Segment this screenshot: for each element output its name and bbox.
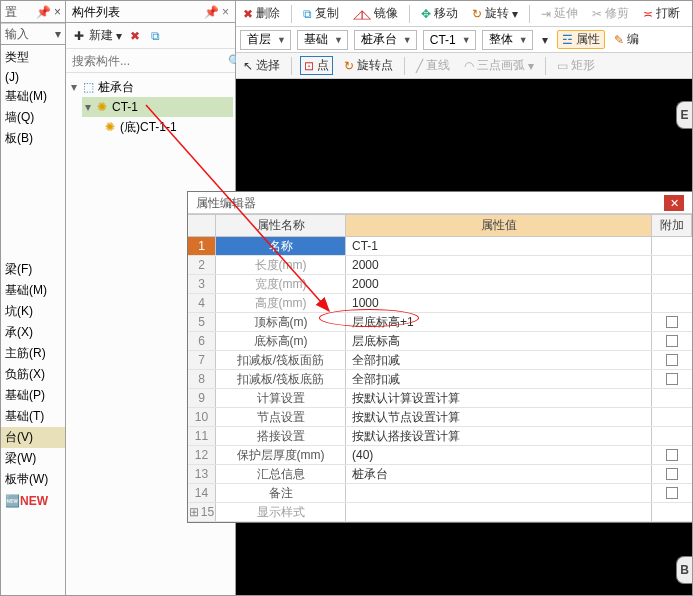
tree-item-ct1[interactable]: ▾ ✺ CT-1	[82, 97, 233, 117]
property-row[interactable]: 3宽度(mm)2000	[188, 275, 692, 294]
tree-root[interactable]: ▾ ⬚ 桩承台	[68, 77, 233, 97]
component-dropdown[interactable]: CT-1▼	[423, 30, 476, 50]
property-value[interactable]: CT-1	[346, 237, 652, 255]
extra-cell[interactable]	[652, 484, 692, 502]
property-value[interactable]: (40)	[346, 446, 652, 464]
property-value[interactable]: 1000	[346, 294, 652, 312]
edge-tab-b[interactable]: B	[676, 556, 692, 584]
edge-tab-e[interactable]: E	[676, 101, 692, 129]
mirror-button[interactable]: ◿◺镜像	[350, 4, 401, 23]
select-button[interactable]: ↖选择	[240, 56, 283, 75]
list-item[interactable]: 基础(M)	[1, 86, 65, 107]
extra-cell[interactable]	[652, 427, 692, 445]
panel-dropdown-icon[interactable]: ▾	[55, 23, 61, 45]
collapse-icon[interactable]: ▾	[82, 100, 94, 114]
property-value[interactable]	[346, 484, 652, 502]
dropdown-arrow[interactable]: ▾	[539, 32, 551, 48]
extra-cell[interactable]	[652, 408, 692, 426]
list-item[interactable]: 板(B)	[1, 128, 65, 149]
property-value[interactable]: 全部扣减	[346, 351, 652, 369]
collapse-icon[interactable]: ▾	[68, 80, 80, 94]
type-dropdown[interactable]: 桩承台▼	[354, 30, 417, 50]
delete-button[interactable]: ✖删除	[240, 4, 283, 23]
move-button[interactable]: ✥移动	[418, 4, 461, 23]
list-item[interactable]: 基础(P)	[1, 385, 65, 406]
property-row[interactable]: 8扣减板/筏板底筋全部扣减	[188, 370, 692, 389]
search-input[interactable]	[66, 52, 228, 70]
property-row[interactable]: 2长度(mm)2000	[188, 256, 692, 275]
property-row[interactable]: 5顶标高(m)层底标高+1	[188, 313, 692, 332]
property-value[interactable]: 层底标高	[346, 332, 652, 350]
edit-button[interactable]: ✎编	[611, 30, 642, 49]
extra-cell[interactable]	[652, 389, 692, 407]
list-item[interactable]: 基础(T)	[1, 406, 65, 427]
layer-dropdown[interactable]: 首层▼	[240, 30, 291, 50]
property-value[interactable]: 全部扣减	[346, 370, 652, 388]
property-value[interactable]: 层底标高+1	[346, 313, 652, 331]
property-value[interactable]: 2000	[346, 275, 652, 293]
checkbox[interactable]	[666, 335, 678, 347]
property-button[interactable]: ☲属性	[557, 30, 605, 49]
property-row[interactable]: 4高度(mm)1000	[188, 294, 692, 313]
list-item[interactable]: 负筋(X)	[1, 364, 65, 385]
property-value[interactable]: 按默认节点设置计算	[346, 408, 652, 426]
list-item[interactable]: 板带(W)	[1, 469, 65, 490]
property-value[interactable]: 按默认搭接设置计算	[346, 427, 652, 445]
rotate-point-button[interactable]: ↻旋转点	[341, 56, 396, 75]
property-value[interactable]: 2000	[346, 256, 652, 274]
checkbox[interactable]	[666, 449, 678, 461]
property-value[interactable]: 桩承台	[346, 465, 652, 483]
point-button[interactable]: ⊡点	[300, 56, 333, 75]
list-item[interactable]: 梁(F)	[1, 259, 65, 280]
checkbox[interactable]	[666, 487, 678, 499]
list-item[interactable]: 类型	[1, 47, 65, 68]
property-value[interactable]	[346, 503, 652, 521]
extra-cell[interactable]	[652, 351, 692, 369]
list-item[interactable]: 坑(K)	[1, 301, 65, 322]
pin-icon[interactable]: 📌 ×	[204, 1, 229, 22]
property-row[interactable]: 6底标高(m)层底标高	[188, 332, 692, 351]
new-button[interactable]: ✚ 新建 ▾	[72, 27, 122, 44]
delete-button[interactable]: ✖	[128, 29, 142, 43]
checkbox[interactable]	[666, 373, 678, 385]
list-item[interactable]: (J)	[1, 68, 65, 86]
property-row[interactable]: 11搭接设置按默认搭接设置计算	[188, 427, 692, 446]
list-item[interactable]: 承(X)	[1, 322, 65, 343]
extra-cell[interactable]	[652, 370, 692, 388]
extra-cell[interactable]	[652, 313, 692, 331]
list-item[interactable]: 梁(W)	[1, 448, 65, 469]
property-row[interactable]: 1名称CT-1	[188, 237, 692, 256]
property-row[interactable]: ⊞15显示样式	[188, 503, 692, 522]
extra-cell[interactable]	[652, 256, 692, 274]
property-row[interactable]: 9计算设置按默认计算设置计算	[188, 389, 692, 408]
extra-cell[interactable]	[652, 503, 692, 521]
copy-button[interactable]: ⧉	[148, 29, 162, 43]
property-row[interactable]: 14备注	[188, 484, 692, 503]
extra-cell[interactable]	[652, 237, 692, 255]
property-value[interactable]: 按默认计算设置计算	[346, 389, 652, 407]
checkbox[interactable]	[666, 354, 678, 366]
view-dropdown[interactable]: 整体▼	[482, 30, 533, 50]
category-dropdown[interactable]: 基础▼	[297, 30, 348, 50]
property-row[interactable]: 13汇总信息桩承台	[188, 465, 692, 484]
close-button[interactable]: ✕	[664, 195, 684, 211]
extra-cell[interactable]	[652, 446, 692, 464]
list-item[interactable]: 墙(Q)	[1, 107, 65, 128]
list-item[interactable]: 台(V)	[1, 427, 65, 448]
property-row[interactable]: 12保护层厚度(mm)(40)	[188, 446, 692, 465]
property-row[interactable]: 7扣减板/筏板面筋全部扣减	[188, 351, 692, 370]
extra-cell[interactable]	[652, 294, 692, 312]
extra-cell[interactable]	[652, 332, 692, 350]
extra-cell[interactable]	[652, 275, 692, 293]
dialog-titlebar[interactable]: 属性编辑器 ✕	[188, 192, 692, 214]
tree-item-ct1-1[interactable]: ✺ (底)CT-1-1	[102, 117, 233, 137]
checkbox[interactable]	[666, 468, 678, 480]
list-item[interactable]: 主筋(R)	[1, 343, 65, 364]
extra-cell[interactable]	[652, 465, 692, 483]
copy-button[interactable]: ⧉复制	[300, 4, 342, 23]
list-item[interactable]: 基础(M)	[1, 280, 65, 301]
checkbox[interactable]	[666, 316, 678, 328]
break-button[interactable]: ≍打断	[640, 4, 683, 23]
panel-pin-icon[interactable]: 📌 ×	[36, 1, 61, 23]
rotate-button[interactable]: ↻旋转▾	[469, 4, 521, 23]
